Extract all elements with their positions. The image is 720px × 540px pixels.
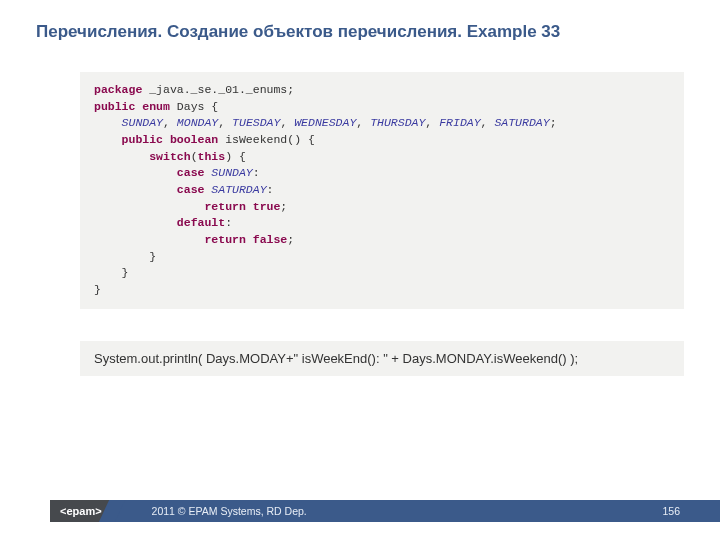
method-parens: () { bbox=[287, 133, 315, 146]
method-name: isWeekend bbox=[225, 133, 287, 146]
kw-return-false: return bbox=[204, 233, 252, 246]
enum-sunday: SUNDAY bbox=[122, 116, 163, 129]
code-block: package _java._se._01._enums;public enum… bbox=[80, 72, 684, 309]
kw-case-2: case bbox=[177, 183, 212, 196]
brace-close-method: } bbox=[122, 266, 129, 279]
brace-close-enum: } bbox=[94, 283, 101, 296]
copyright-text: 2011 © EPAM Systems, RD Dep. bbox=[152, 505, 307, 517]
kw-method-sig: public boolean bbox=[122, 133, 226, 146]
case-saturday: SATURDAY bbox=[211, 183, 266, 196]
enum-monday: MONDAY bbox=[177, 116, 218, 129]
footer-bar: 2011 © EPAM Systems, RD Dep. 156 bbox=[112, 500, 720, 522]
kw-return-true: return bbox=[204, 200, 252, 213]
case-sunday: SUNDAY bbox=[211, 166, 252, 179]
kw-case-1: case bbox=[177, 166, 212, 179]
enum-wednesday: WEDNESDAY bbox=[294, 116, 356, 129]
footer: <epam> 2011 © EPAM Systems, RD Dep. 156 bbox=[0, 500, 720, 522]
enum-tuesday: TUESDAY bbox=[232, 116, 280, 129]
kw-package: package bbox=[94, 83, 142, 96]
kw-default: default bbox=[177, 216, 225, 229]
brace-close-switch: } bbox=[149, 250, 156, 263]
brace-open: { bbox=[204, 100, 218, 113]
page-number: 156 bbox=[662, 505, 680, 517]
enum-name: Days bbox=[177, 100, 205, 113]
enum-saturday: SATURDAY bbox=[494, 116, 549, 129]
package-path: _java._se._01._enums; bbox=[142, 83, 294, 96]
kw-public-enum: public enum bbox=[94, 100, 177, 113]
enum-thursday: THURSDAY bbox=[370, 116, 425, 129]
enum-friday: FRIDAY bbox=[439, 116, 480, 129]
slide-title: Перечисления. Создание объектов перечисл… bbox=[0, 0, 720, 42]
usage-line: System.out.println( Days.MODAY+" isWeekE… bbox=[80, 341, 684, 376]
kw-this: this bbox=[198, 150, 226, 163]
kw-switch: switch bbox=[149, 150, 190, 163]
